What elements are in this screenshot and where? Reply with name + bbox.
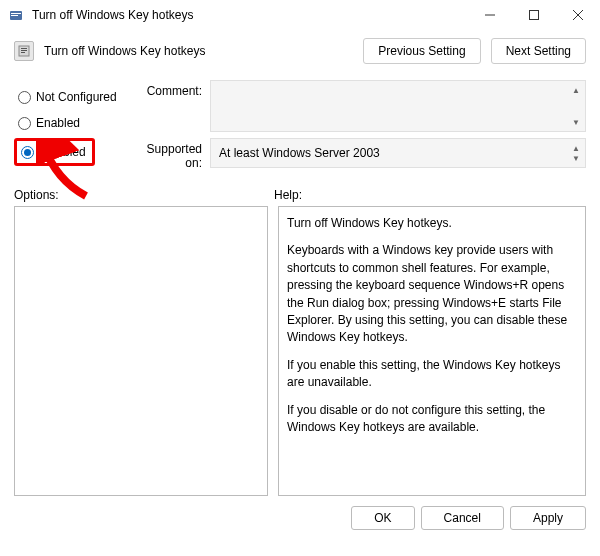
help-paragraph: Turn off Windows Key hotkeys. bbox=[287, 215, 577, 232]
next-setting-button[interactable]: Next Setting bbox=[491, 38, 586, 64]
supported-value: At least Windows Server 2003 bbox=[219, 146, 380, 160]
radio-disabled[interactable]: Disabled bbox=[19, 143, 88, 161]
radio-icon bbox=[21, 146, 34, 159]
cancel-button[interactable]: Cancel bbox=[421, 506, 504, 530]
radio-label: Enabled bbox=[36, 116, 80, 130]
options-label: Options: bbox=[14, 188, 274, 202]
help-paragraph: Keyboards with a Windows key provide use… bbox=[287, 242, 577, 346]
help-panel[interactable]: Turn off Windows Key hotkeys. Keyboards … bbox=[278, 206, 586, 496]
scroll-down-icon[interactable]: ▼ bbox=[568, 150, 584, 166]
help-paragraph: If you enable this setting, the Windows … bbox=[287, 357, 577, 392]
options-panel[interactable] bbox=[14, 206, 268, 496]
radio-icon bbox=[18, 117, 31, 130]
policy-title: Turn off Windows Key hotkeys bbox=[44, 44, 353, 58]
help-paragraph: If you disable or do not configure this … bbox=[287, 402, 577, 437]
panels: Turn off Windows Key hotkeys. Keyboards … bbox=[0, 206, 600, 496]
ok-button[interactable]: OK bbox=[351, 506, 414, 530]
titlebar: Turn off Windows Key hotkeys bbox=[0, 0, 600, 30]
supported-row: Supported on: At least Windows Server 20… bbox=[130, 138, 586, 170]
supported-label: Supported on: bbox=[130, 138, 210, 170]
minimize-button[interactable] bbox=[468, 0, 512, 30]
fields-column: Comment: ▲ ▼ Supported on: At least Wind… bbox=[130, 80, 586, 176]
comment-label: Comment: bbox=[130, 80, 210, 98]
previous-setting-button[interactable]: Previous Setting bbox=[363, 38, 480, 64]
scroll-up-icon[interactable]: ▲ bbox=[568, 82, 584, 98]
window-title: Turn off Windows Key hotkeys bbox=[32, 8, 468, 22]
svg-rect-1 bbox=[11, 13, 21, 14]
policy-icon bbox=[14, 41, 34, 61]
maximize-button[interactable] bbox=[512, 0, 556, 30]
radio-not-configured[interactable]: Not Configured bbox=[14, 84, 122, 110]
radio-enabled[interactable]: Enabled bbox=[14, 110, 122, 136]
help-label: Help: bbox=[274, 188, 302, 202]
svg-rect-8 bbox=[21, 48, 27, 49]
scroll-down-icon[interactable]: ▼ bbox=[568, 114, 584, 130]
window-controls bbox=[468, 0, 600, 30]
svg-rect-9 bbox=[21, 50, 27, 51]
radio-group: Not Configured Enabled Disabled bbox=[14, 80, 122, 176]
radio-icon bbox=[18, 91, 31, 104]
svg-rect-4 bbox=[530, 11, 539, 20]
radio-label: Disabled bbox=[39, 145, 86, 159]
radio-label: Not Configured bbox=[36, 90, 117, 104]
config-area: Not Configured Enabled Disabled Comment:… bbox=[0, 76, 600, 178]
svg-rect-10 bbox=[21, 52, 25, 53]
highlight-annotation: Disabled bbox=[14, 138, 95, 166]
panels-labels: Options: Help: bbox=[0, 178, 600, 206]
comment-input[interactable]: ▲ ▼ bbox=[210, 80, 586, 132]
svg-rect-2 bbox=[11, 15, 18, 16]
close-button[interactable] bbox=[556, 0, 600, 30]
comment-row: Comment: ▲ ▼ bbox=[130, 80, 586, 132]
header-row: Turn off Windows Key hotkeys Previous Se… bbox=[0, 30, 600, 76]
footer: OK Cancel Apply bbox=[0, 496, 600, 540]
group-policy-icon bbox=[8, 7, 24, 23]
supported-value-box: At least Windows Server 2003 ▲ ▼ bbox=[210, 138, 586, 168]
apply-button[interactable]: Apply bbox=[510, 506, 586, 530]
